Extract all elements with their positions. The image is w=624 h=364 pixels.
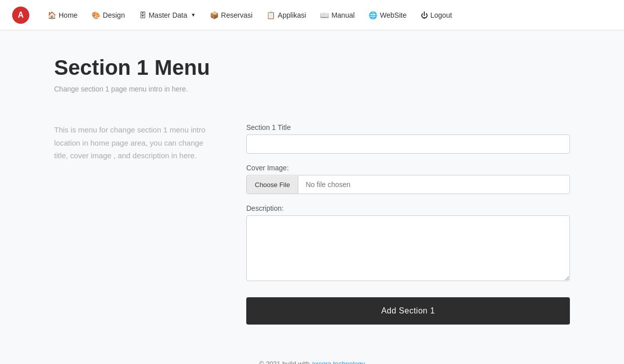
home-icon: 🏠 — [48, 11, 56, 19]
description-textarea[interactable] — [246, 215, 570, 281]
nav-label-reservasi: Reservasi — [221, 11, 252, 19]
brand-logo: A — [12, 7, 29, 24]
nav-item-design[interactable]: 🎨 Design — [85, 7, 131, 23]
form-description: This is menu for change section 1 menu i… — [54, 123, 206, 162]
website-icon: 🌐 — [369, 11, 377, 19]
nav-item-logout[interactable]: ⏻ Logout — [415, 7, 458, 23]
page-title: Section 1 Menu — [54, 56, 570, 80]
footer-link[interactable]: axcora technology — [311, 360, 365, 364]
nav-label-home: Home — [59, 11, 77, 19]
master-data-dropdown-arrow: ▼ — [191, 12, 196, 18]
nav-label-website: WebSite — [380, 11, 407, 19]
description-label: Description: — [246, 204, 570, 212]
form-section: This is menu for change section 1 menu i… — [54, 123, 570, 325]
submit-button[interactable]: Add Section 1 — [246, 297, 570, 325]
nav-item-home[interactable]: 🏠 Home — [41, 7, 83, 23]
footer-text: © 2021 build with — [259, 360, 309, 364]
page-subtitle: Change section 1 page menu intro in here… — [54, 85, 570, 93]
navbar: A 🏠 Home 🎨 Design 🗄 Master Data ▼ 📦 Rese… — [0, 0, 624, 30]
brand-logo-wrapper: A — [12, 7, 29, 24]
master-data-icon: 🗄 — [139, 11, 146, 19]
nav-label-master-data: Master Data — [149, 11, 187, 19]
nav-item-master-data[interactable]: 🗄 Master Data ▼ — [133, 7, 202, 23]
description-group: Description: — [246, 204, 570, 283]
cover-image-group: Cover Image: Choose File No file chosen — [246, 164, 570, 194]
nav-label-design: Design — [103, 11, 125, 19]
nav-item-website[interactable]: 🌐 WebSite — [363, 7, 413, 23]
form-area: Section 1 Title Cover Image: Choose File… — [246, 123, 570, 325]
title-input[interactable] — [246, 134, 570, 154]
title-group: Section 1 Title — [246, 123, 570, 154]
cover-image-label: Cover Image: — [246, 164, 570, 172]
design-icon: 🎨 — [92, 11, 100, 19]
title-label: Section 1 Title — [246, 123, 570, 131]
nav-label-logout: Logout — [430, 11, 452, 19]
reservasi-icon: 📦 — [210, 11, 218, 19]
footer: © 2021 build with axcora technology — [54, 345, 570, 364]
nav-item-reservasi[interactable]: 📦 Reservasi — [204, 7, 258, 23]
file-name-display: No file chosen — [298, 175, 569, 194]
main-content: Section 1 Menu Change section 1 page men… — [34, 30, 590, 364]
nav-label-applikasi: Applikasi — [278, 11, 306, 19]
nav-items: 🏠 Home 🎨 Design 🗄 Master Data ▼ 📦 Reserv… — [41, 7, 458, 23]
nav-item-manual[interactable]: 📖 Manual — [314, 7, 361, 23]
file-input-wrapper: Choose File No file chosen — [246, 175, 570, 194]
manual-icon: 📖 — [320, 11, 329, 19]
applikasi-icon: 📋 — [266, 11, 275, 19]
nav-label-manual: Manual — [331, 11, 354, 19]
logout-icon: ⏻ — [421, 11, 428, 19]
choose-file-button[interactable]: Choose File — [247, 176, 298, 194]
nav-item-applikasi[interactable]: 📋 Applikasi — [260, 7, 312, 23]
